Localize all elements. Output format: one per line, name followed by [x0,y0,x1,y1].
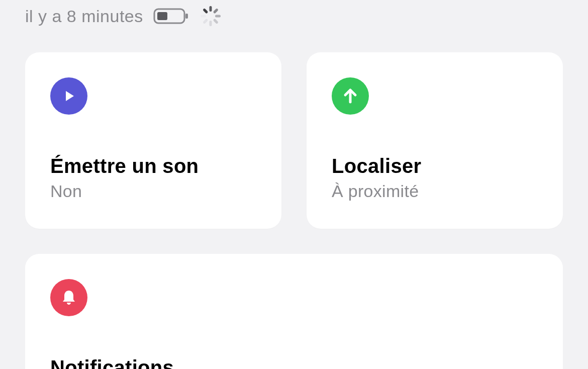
svg-rect-9 [201,15,206,18]
svg-rect-2 [185,14,188,19]
locate-title: Localiser [332,155,538,177]
svg-rect-3 [209,6,212,12]
notifications-card[interactable]: Notifications [25,254,563,369]
svg-rect-1 [157,12,167,20]
locate-status: À proximité [332,181,538,201]
arrow-up-icon [332,77,369,115]
svg-rect-7 [209,21,212,26]
svg-rect-8 [203,19,208,24]
play-sound-card[interactable]: Émettre un son Non [25,52,281,229]
play-icon [50,77,87,115]
svg-rect-4 [213,8,218,14]
notifications-title: Notifications [50,356,538,369]
status-bar: il y a 8 minutes [25,0,563,52]
play-sound-title: Émettre un son [50,155,256,177]
locate-card[interactable]: Localiser À proximité [307,52,563,229]
last-update-time: il y a 8 minutes [25,7,143,26]
battery-icon [153,7,189,25]
svg-rect-6 [213,19,218,24]
svg-rect-10 [203,8,208,14]
play-sound-status: Non [50,181,256,201]
bell-icon [50,279,87,316]
svg-rect-5 [215,15,221,18]
loading-spinner-icon [200,5,222,27]
